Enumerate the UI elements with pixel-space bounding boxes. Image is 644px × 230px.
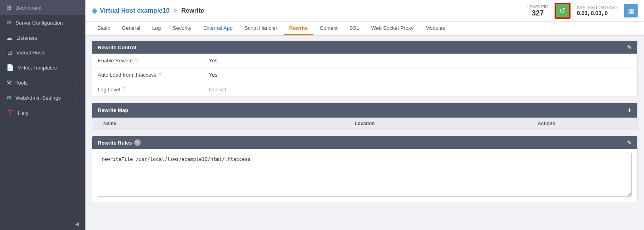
breadcrumb-host[interactable]: Virtual Host example10 [100, 7, 170, 14]
tab-modules[interactable]: Modules [420, 22, 451, 35]
rewrite-rules-title: Rewrite Rules [98, 140, 132, 146]
auto-load-htaccess-label: Auto Load from .htaccess ? [92, 69, 203, 81]
log-level-value: Not Set [203, 83, 637, 96]
log-level-label: Log Level ? [92, 83, 203, 96]
sidebar-item-label: Tools [15, 80, 27, 86]
lsws-pid-label: LSWS PID [527, 4, 548, 9]
sidebar-item-label: Listeners [16, 35, 37, 41]
rewrite-map-add-button[interactable]: + [627, 106, 632, 114]
rewrite-rules-edit-button[interactable]: ✎ [627, 139, 632, 146]
rewrite-rules-content [92, 149, 637, 202]
server-config-icon: ⚙ [6, 19, 12, 26]
tabs-bar: Basic General Log Security External App … [85, 22, 644, 36]
auto-load-htaccess-value: Yes [203, 69, 637, 81]
sysload-value: 0.03, 0.03, 0 [577, 10, 618, 16]
topbar: ◈ Virtual Host example10 > Rewrite LSWS … [85, 0, 644, 22]
sidebar-item-virtual-hosts[interactable]: 🖥 Virtual Hosts [0, 45, 85, 60]
log-level-help-icon[interactable]: ? [122, 87, 125, 92]
sidebar-item-label: Help [18, 110, 29, 116]
breadcrumb-page: Rewrite [181, 7, 204, 14]
breadcrumb: ◈ Virtual Host example10 > Rewrite [92, 6, 204, 15]
refresh-button[interactable]: ↺ [555, 3, 571, 19]
sidebar-item-label: VHost Templates [18, 65, 57, 71]
rewrite-rules-header: Rewrite Rules ? ✎ [92, 136, 637, 149]
tab-context[interactable]: Context [314, 22, 343, 35]
tab-security[interactable]: Security [167, 22, 197, 35]
rewrite-map-section: Rewrite Map + Name Location Actions [92, 102, 638, 130]
auto-load-htaccess-row: Auto Load from .htaccess ? Yes [92, 68, 637, 82]
tools-icon: ⚒ [6, 79, 12, 86]
sidebar-item-label: Virtual Hosts [16, 50, 45, 56]
rewrite-map-title: Rewrite Map [98, 107, 128, 113]
rewrite-control-section: Rewrite Control ✎ Enable Rewrite ? Yes A… [92, 41, 638, 97]
tab-basic[interactable]: Basic [92, 22, 116, 35]
refresh-icon: ↺ [559, 6, 565, 15]
enable-rewrite-value: Yes [203, 54, 637, 67]
cube-icon: ◈ [92, 6, 97, 15]
sidebar-collapse-button[interactable]: ◀ [0, 218, 85, 230]
sidebar-item-label: WebAdmin Settings [15, 95, 61, 101]
breadcrumb-separator: > [174, 7, 177, 14]
content-area: Rewrite Control ✎ Enable Rewrite ? Yes A… [85, 36, 644, 230]
main-content: ◈ Virtual Host example10 > Rewrite LSWS … [85, 0, 644, 230]
sidebar-item-webadmin-settings[interactable]: ⚙ WebAdmin Settings ＋ [0, 90, 85, 105]
sidebar-item-label: Dashboard [15, 5, 41, 11]
chart-button[interactable]: ▦ [624, 4, 638, 17]
sidebar-item-tools[interactable]: ⚒ Tools ＋ [0, 75, 85, 90]
rewrite-control-header: Rewrite Control ✎ [92, 41, 637, 54]
col-header-location: Location [274, 118, 455, 129]
tab-script-handler[interactable]: Script Handler [239, 22, 282, 35]
rewrite-rules-help-icon[interactable]: ? [134, 139, 141, 146]
sidebar-item-server-configuration[interactable]: ⚙ Server Configuration [0, 15, 85, 30]
enable-rewrite-label: Enable Rewrite ? [92, 54, 203, 67]
help-icon: ❓ [6, 109, 14, 116]
dashboard-icon: ⊞ [6, 4, 12, 11]
enable-rewrite-help-icon[interactable]: ? [135, 58, 138, 64]
webadmin-expand-icon: ＋ [75, 95, 79, 101]
tab-log[interactable]: Log [147, 22, 166, 35]
vhost-templates-icon: 📄 [6, 64, 14, 71]
enable-rewrite-row: Enable Rewrite ? Yes [92, 54, 637, 68]
lsws-pid-block: LSWS PID 327 [527, 4, 548, 17]
rewrite-map-header: Rewrite Map + [92, 103, 637, 118]
lsws-pid-value: 327 [527, 9, 548, 17]
rewrite-rules-title-group: Rewrite Rules ? [98, 139, 141, 146]
collapse-icon: ◀ [75, 221, 79, 227]
rewrite-control-title: Rewrite Control [98, 44, 136, 50]
webadmin-icon: ⚙ [6, 94, 12, 101]
log-level-row: Log Level ? Not Set [92, 82, 637, 97]
virtual-hosts-icon: 🖥 [6, 49, 12, 56]
help-expand-icon: ＋ [75, 110, 79, 116]
col-header-name: Name [92, 118, 274, 129]
tab-general[interactable]: General [116, 22, 146, 35]
rewrite-control-edit-button[interactable]: ✎ [627, 44, 632, 50]
tab-ssl[interactable]: SSL [344, 22, 365, 35]
topbar-right: LSWS PID 327 ↺ SYSTEM LOAD AVG 0.03, 0.0… [527, 3, 638, 19]
rewrite-rules-section: Rewrite Rules ? ✎ [92, 136, 638, 202]
tab-websocket-proxy[interactable]: Web Socket Proxy [366, 22, 419, 35]
chart-icon: ▦ [628, 7, 634, 15]
sidebar-item-label: Server Configuration [15, 20, 63, 26]
rewrite-rules-textarea[interactable] [98, 153, 632, 197]
auto-load-help-icon[interactable]: ? [159, 72, 161, 78]
rewrite-map-table-header: Name Location Actions [92, 118, 637, 130]
rewrite-map-actions: + [627, 106, 632, 114]
sidebar-item-vhost-templates[interactable]: 📄 VHost Templates [0, 60, 85, 75]
tab-rewrite[interactable]: Rewrite [284, 22, 313, 35]
col-header-actions: Actions [456, 118, 637, 129]
sidebar-item-listeners[interactable]: ☁ Listeners [0, 30, 85, 45]
rewrite-rules-actions: ✎ [627, 139, 632, 146]
rewrite-control-actions: ✎ [627, 44, 632, 50]
sidebar-item-help[interactable]: ❓ Help ＋ [0, 105, 85, 120]
sysload-label: SYSTEM LOAD AVG [577, 5, 618, 10]
listeners-icon: ☁ [6, 34, 12, 41]
sidebar: ⊞ Dashboard ⚙ Server Configuration ☁ Lis… [0, 0, 85, 230]
system-load-block: SYSTEM LOAD AVG 0.03, 0.03, 0 [577, 5, 618, 16]
sidebar-item-dashboard[interactable]: ⊞ Dashboard [0, 0, 85, 15]
tab-external-app[interactable]: External App [198, 22, 238, 35]
tools-expand-icon: ＋ [75, 80, 79, 86]
